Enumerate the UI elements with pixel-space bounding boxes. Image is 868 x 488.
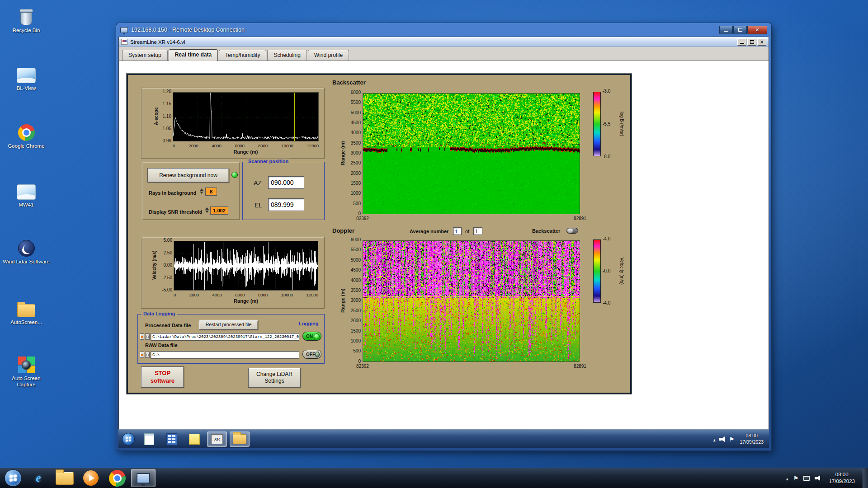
background-controls-group: Renew background now Rays in background … [142,162,240,220]
restart-processed-file-button[interactable]: Restart processed file [199,320,258,330]
data-logging-group: Data Logging Processed Data file Restart… [137,314,325,364]
taskbar-media-player-button[interactable] [79,469,103,487]
taskbar-explorer-button[interactable] [52,469,77,487]
remote-taskbar-folder-button[interactable] [230,432,250,447]
axis-tick: 2500 [351,309,361,313]
hidden-icons-chevron[interactable] [786,474,788,482]
rays-in-background-field[interactable]: 8 [205,188,217,196]
axis-tick: 4500 [351,121,361,125]
desktop-icon-wind-lidar[interactable]: Wind Lidar Software [3,237,50,265]
remote-start-button[interactable] [122,433,135,446]
app-window: StreamLine XR v14-6.vi System setup Real… [118,37,769,429]
backscatter-y-ticks: 6000550050004500400035003000250020001500… [347,90,361,216]
remote-clock[interactable]: 08:00 17/09/2023 [740,433,764,445]
backscatter-plot[interactable] [363,93,580,214]
backscatter-toggle-label: Backscatter [532,228,560,234]
remote-clock-time: 08:00 [740,433,764,439]
processed-path-type-icon[interactable] [140,333,144,340]
app-close-button[interactable] [757,38,766,46]
tab-wind-profile[interactable]: Wind profile [308,50,349,61]
remote-taskbar-sticky-notes-icon[interactable] [184,432,204,447]
taskbar-ie-button[interactable]: e [26,469,51,487]
rdp-minimize-button[interactable] [719,26,733,34]
backscatter-toggle-switch[interactable] [566,228,578,234]
el-field[interactable]: 089.999 [268,198,304,211]
rays-spinner[interactable] [199,188,203,194]
velocity-plot[interactable] [174,241,318,291]
tab-real-time-data[interactable]: Real time data [169,49,218,61]
velocity-x-axis-label: Range (m) [174,298,318,304]
average-count-field[interactable]: 1 [473,227,482,235]
az-field[interactable]: 090.000 [268,176,304,189]
show-desktop-button[interactable] [863,468,868,488]
auto-screen-capture-icon [18,353,35,373]
processed-path-field[interactable]: C:\Lidar\Data\Proc\2023\202309\20230917\… [151,333,299,341]
remote-clock-date: 17/09/2023 [740,439,764,446]
remote-taskbar-notepad-icon[interactable] [139,432,159,447]
internet-explorer-icon: e [36,472,41,484]
rdp-titlebar[interactable]: 192.168.0.150 - Remote Desktop Connectio… [116,23,771,37]
taskbar-rdp-button[interactable] [131,469,156,487]
axis-tick: 2500 [351,161,361,165]
desktop-icon-recycle-bin[interactable]: Recycle Bin [3,5,50,34]
change-lidar-settings-button[interactable]: Change LiDAR Settings [248,368,301,388]
axis-tick: 12000 [307,143,319,148]
snr-spinner[interactable] [205,207,209,213]
desktop-icon-google-chrome[interactable]: Google Chrome [3,121,50,150]
desktop-icon-label: Wind Lidar Software [3,259,50,265]
network-icon[interactable] [803,476,810,481]
processed-path-browse-icon[interactable] [145,333,150,340]
el-label: EL [255,202,262,209]
start-button[interactable] [5,469,22,487]
remote-volume-icon[interactable] [719,436,726,442]
colorbar-tick: -4.0 [603,301,616,305]
average-number-field[interactable]: 1 [453,227,462,235]
tab-system-setup[interactable]: System setup [122,50,168,61]
taskbar-chrome-button[interactable] [105,469,129,487]
off-label: OFF [306,352,315,357]
chrome-icon [109,470,126,487]
tab-scheduling[interactable]: Scheduling [267,50,307,61]
desktop-icon-bl-view[interactable]: BL-View [3,63,50,92]
desktop-icon-mw41[interactable]: MW41 [3,180,50,208]
rdp-close-button[interactable] [747,26,767,34]
snr-threshold-field[interactable]: 1.002 [210,206,228,215]
on-led [314,333,320,339]
app-minimize-button[interactable] [737,38,746,46]
remote-action-center-icon[interactable] [729,435,735,443]
axis-tick: 2000 [189,143,198,148]
stop-software-button[interactable]: STOP software [141,366,184,388]
app-titlebar[interactable]: StreamLine XR v14-6.vi [119,37,769,47]
media-player-icon [83,470,99,486]
chrome-icon [18,121,35,141]
volume-icon[interactable] [815,475,821,481]
clock[interactable]: 08:00 17/09/2023 [829,471,855,485]
raw-path-browse-icon[interactable] [145,352,150,358]
raw-path-field[interactable]: C:\ [151,351,299,359]
of-label: of [465,229,469,234]
raw-path-type-icon[interactable] [140,352,144,358]
axis-tick: 1.05 [163,127,171,131]
desktop-icon-autoscreen[interactable]: AutoScreen... [3,297,50,326]
colorbar-tick: -0.0 [603,269,616,273]
action-center-icon[interactable] [793,474,799,482]
renew-background-button[interactable]: Renew background now [147,168,229,183]
raw-logging-toggle[interactable]: OFF [302,350,321,359]
axis-tick: 2000 [351,319,361,323]
axis-tick: 5.00 [164,238,172,243]
remote-taskbar-calculator-icon[interactable] [162,432,182,447]
desktop-icon-auto-screen-capture[interactable]: Auto Screen Capture [3,353,50,388]
doppler-plot[interactable] [363,240,580,362]
system-tray: 08:00 17/09/2023 [786,468,868,488]
processed-logging-toggle[interactable]: ON [302,332,321,341]
desktop: Recycle Bin BL-View Google Chrome MW41 W… [0,0,868,488]
a-scope-plot[interactable] [173,92,319,141]
remote-taskbar-streamline-xr-button[interactable]: XR [207,432,227,447]
tab-temp-humidity[interactable]: Temp/humidity [219,50,266,61]
axis-tick: 3500 [351,288,361,293]
renew-background-led [231,172,238,178]
rdp-restore-button[interactable] [733,26,747,34]
a-scope-y-axis-label: A-scope [153,92,159,141]
app-restore-button[interactable] [747,38,756,46]
remote-hidden-icons-chevron[interactable] [713,435,716,443]
